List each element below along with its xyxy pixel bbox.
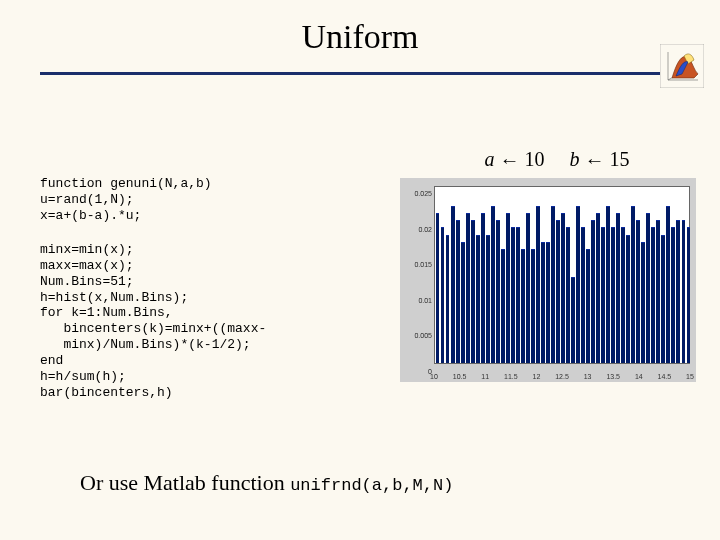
bar [451,206,455,363]
x-tick: 11 [481,373,489,380]
y-tick: 0.02 [404,225,432,232]
bar [651,227,655,363]
bar [566,227,570,363]
bar [631,206,635,363]
plot-area [434,186,690,364]
bar [551,206,555,363]
bar [601,227,605,363]
bar [666,206,670,363]
title-rule [40,72,680,75]
bar [536,206,540,363]
bar [486,235,490,363]
bar [521,249,525,363]
bar [471,220,475,363]
matlab-logo-icon [660,44,704,88]
footnote: Or use Matlab function unifrnd(a,b,M,N) [80,470,453,496]
bar [436,213,440,363]
bar [496,220,500,363]
eqn-b-var: b [570,148,580,170]
bar [621,227,625,363]
bar [516,227,520,363]
bar [446,235,450,363]
bar [526,213,530,363]
bar [466,213,470,363]
slide: Uniform function genuni(N,a,b) u=rand(1,… [0,0,720,540]
y-tick: 0 [404,368,432,375]
x-tick: 13.5 [606,373,620,380]
bar [456,220,460,363]
bar [481,213,485,363]
bars-container [435,187,689,363]
eqn-a-var: a [485,148,495,170]
footnote-code: unifrnd(a,b,M,N) [290,476,453,495]
x-tick: 15 [686,373,694,380]
code-block-bottom: minx=min(x); maxx=max(x); Num.Bins=51; h… [40,242,266,401]
bar [491,206,495,363]
bar [461,242,465,363]
bar [591,220,595,363]
bar [511,227,515,363]
bar [687,227,691,363]
x-tick: 12 [532,373,540,380]
bar [671,227,675,363]
x-tick: 14 [635,373,643,380]
bar [546,242,550,363]
code-block-top: function genuni(N,a,b) u=rand(1,N); x=a+… [40,176,212,224]
bar [571,277,575,363]
x-tick: 12.5 [555,373,569,380]
footnote-text: Or use Matlab function [80,470,290,495]
bar [531,249,535,363]
bar [441,227,445,363]
x-tick: 10 [430,373,438,380]
bar [676,220,680,363]
eqn-a-rel: ← [500,149,520,172]
bar [616,213,620,363]
bar [596,213,600,363]
bar [541,242,545,363]
y-tick: 0.025 [404,190,432,197]
y-tick: 0.005 [404,332,432,339]
parameter-equation: a ← 10 b ← 15 [432,148,682,171]
bar [626,235,630,363]
bar [646,213,650,363]
bar [656,220,660,363]
bar [506,213,510,363]
eqn-b-val: 15 [610,148,630,170]
eqn-a-val: 10 [525,148,545,170]
bar [606,206,610,363]
bar [476,235,480,363]
bar [661,235,665,363]
bar [611,227,615,363]
bar [581,227,585,363]
bar [501,249,505,363]
bar [556,220,560,363]
y-tick: 0.015 [404,261,432,268]
bar [576,206,580,363]
histogram-chart: 00.0050.010.0150.020.0251010.51111.51212… [400,178,696,382]
bar [586,249,590,363]
y-tick: 0.01 [404,296,432,303]
x-tick: 10.5 [453,373,467,380]
eqn-b-rel: ← [585,149,605,172]
bar [561,213,565,363]
slide-title: Uniform [0,18,720,56]
bar [641,242,645,363]
x-tick: 11.5 [504,373,518,380]
x-tick: 14.5 [658,373,672,380]
bar [682,220,686,363]
bar [636,220,640,363]
x-tick: 13 [584,373,592,380]
